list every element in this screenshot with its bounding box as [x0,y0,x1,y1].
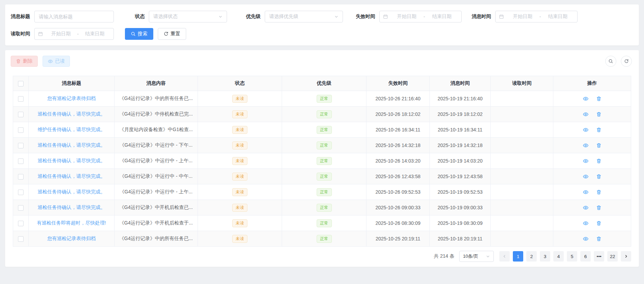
row-checkbox[interactable] [18,174,24,180]
mark-read-button[interactable]: 已读 [43,56,70,67]
message-title-link[interactable]: 巡检任务待确认，请尽快完成。 [38,204,106,210]
table-row: 巡检任务待确认，请尽快完成。 《G4运行记录》中开机后检查已... 未读 正常 … [13,200,631,216]
trash-icon[interactable] [596,221,601,226]
pagination-page-3[interactable]: 3 [540,251,550,262]
search-icon [131,31,136,36]
page-size-value: 10条/页 [463,253,486,259]
status-select[interactable]: 请选择状态 [149,11,227,22]
row-checkbox[interactable] [18,127,24,133]
row-checkbox[interactable] [18,205,24,211]
actions-cell [553,122,631,138]
row-checkbox[interactable] [18,143,24,148]
view-icon[interactable] [583,174,589,180]
pagination-page-5[interactable]: 5 [567,251,577,262]
row-checkbox[interactable] [18,112,24,117]
view-icon[interactable] [583,111,589,117]
trash-icon[interactable] [596,158,601,164]
view-icon[interactable] [583,236,589,242]
mark-read-button-label: 已读 [55,58,65,64]
date-range-separator: - [539,14,542,19]
trash-icon[interactable] [596,112,601,117]
row-select-cell [13,231,29,247]
message-title-link[interactable]: 您有巡检记录表待归档 [47,236,96,241]
trash-icon[interactable] [596,174,601,179]
search-button[interactable]: 搜索 [125,28,153,40]
message-title-cell: 您有巡检记录表待归档 [29,231,115,247]
message-title-link[interactable]: 巡检任务待确认，请尽快完成。 [38,189,106,194]
row-select-cell [13,169,29,184]
pagination-page-6[interactable]: 6 [580,251,591,262]
row-checkbox[interactable] [18,190,24,195]
message-title-link[interactable]: 维护任务待确认，请尽快完成。 [38,127,106,132]
priority-tag: 正常 [317,95,332,103]
row-checkbox[interactable] [18,236,24,242]
pagination-page-1[interactable]: 1 [513,251,523,262]
pagination-prev-button[interactable] [499,251,510,262]
status-tag: 未读 [232,110,247,118]
view-icon[interactable] [583,220,589,226]
priority-select[interactable]: 请选择优先级 [265,11,343,22]
search-toggle-button[interactable] [605,56,616,67]
table-row: 巡检任务待确认，请尽快完成。 《G4运行记录》中运行中 - 中午... 未读 正… [13,169,631,184]
table-row: 巡检任务待确认，请尽快完成。 《G4运行记录》中运行中 - 上午... 未读 正… [13,153,631,169]
chevron-right-icon [624,254,628,258]
read-time-cell [491,231,553,247]
row-checkbox[interactable] [18,221,24,226]
message-time-cell: 2025-10-18 20:19:11 [430,231,491,247]
refresh-table-button[interactable] [621,56,632,67]
start-date-placeholder: 开始日期 [46,31,76,37]
row-checkbox[interactable] [18,158,24,164]
pagination-pages: 123456•••22 [510,251,618,262]
view-icon[interactable] [583,158,589,164]
status-filter-label: 状态 [135,13,145,20]
title-input[interactable] [34,11,114,22]
view-icon[interactable] [583,96,589,102]
message-list-panel: 删除 已读 消息标题 消息内容 [5,50,639,267]
select-all-checkbox[interactable] [18,81,24,86]
read-date-range[interactable]: 开始日期 - 结束日期 [34,28,114,40]
reset-button[interactable]: 重置 [158,28,186,40]
header-message-time: 消息时间 [430,76,491,91]
trash-icon[interactable] [596,96,601,101]
status-cell: 未读 [198,169,282,184]
pagination-page-4[interactable]: 4 [553,251,564,262]
row-select-cell [13,138,29,153]
status-cell: 未读 [198,184,282,200]
message-content-cell: 《月度站内设备检查》中G1检查... [115,122,198,138]
trash-icon[interactable] [596,143,601,148]
message-time-cell: 2025-10-19 16:34:11 [430,122,491,138]
page-size-select[interactable]: 10条/页 [459,251,494,262]
pagination-more-button[interactable]: ••• [594,251,604,262]
message-title-link[interactable]: 巡检任务待确认，请尽快完成。 [38,173,106,179]
view-icon[interactable] [583,143,589,148]
status-cell: 未读 [198,200,282,216]
message-title-cell: 有巡检任务即将超时，尽快处理! [29,216,115,231]
trash-icon[interactable] [596,190,601,195]
message-title-link[interactable]: 您有巡检记录表待归档 [47,95,96,101]
expire-date-range[interactable]: 开始日期 - 结束日期 [379,11,462,22]
message-title-link[interactable]: 有巡检任务即将超时，尽快处理! [37,220,106,226]
delete-button[interactable]: 删除 [11,56,38,67]
view-icon[interactable] [583,189,589,195]
pagination-page-2[interactable]: 2 [526,251,537,262]
header-expire-time: 失效时间 [366,76,430,91]
trash-icon [16,59,21,64]
message-title-link[interactable]: 巡检任务待确认，请尽快完成。 [38,142,106,148]
trash-icon[interactable] [596,205,601,210]
view-icon[interactable] [583,205,589,211]
message-title-link[interactable]: 巡检任务待确认，请尽快完成。 [38,111,106,117]
priority-cell: 正常 [282,138,366,153]
trash-icon[interactable] [596,127,601,132]
priority-select-placeholder: 请选择优先级 [269,13,334,20]
message-title-link[interactable]: 巡检任务待确认，请尽快完成。 [38,158,106,163]
row-checkbox[interactable] [18,96,24,102]
refresh-icon [624,59,629,64]
pagination-page-22[interactable]: 22 [607,251,618,262]
message-content-cell: 《G4运行记录》中运行中 - 上午... [115,184,198,200]
expire-time-cell: 2025-10-26 08:30:09 [366,216,430,231]
message-date-range[interactable]: 开始日期 - 结束日期 [495,11,578,22]
read-time-cell [491,107,553,122]
trash-icon[interactable] [596,236,601,241]
pagination-next-button[interactable] [621,251,631,262]
view-icon[interactable] [583,127,589,133]
